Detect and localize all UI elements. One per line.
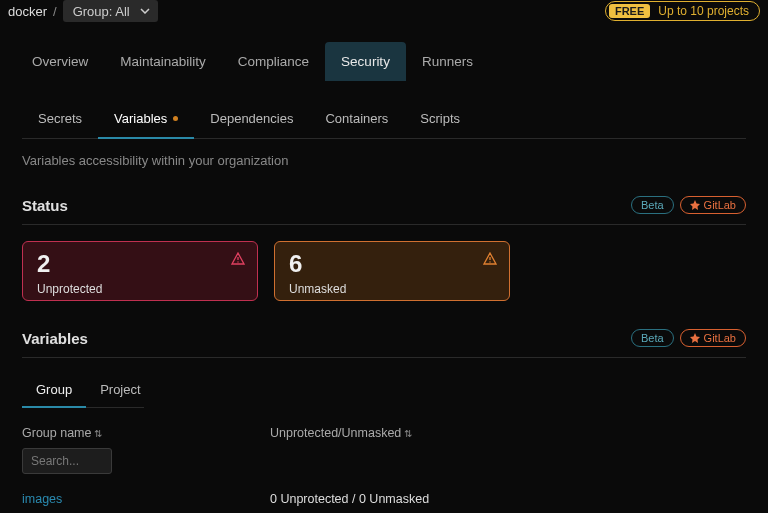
row-stat: 0 Unprotected / 0 Unmasked [270,492,746,506]
variables-scope-tabs: Group Project [22,372,144,408]
indicator-dot-icon [173,116,178,121]
gitlab-badge[interactable]: GitLab [680,329,746,347]
plan-text: Up to 10 projects [658,4,749,18]
svg-point-1 [237,261,238,262]
gitlab-icon [690,200,700,210]
tab-runners[interactable]: Runners [406,42,489,81]
chevron-down-icon [140,8,150,14]
card-unmasked-count: 6 [289,252,495,276]
subtab-scripts[interactable]: Scripts [404,99,476,138]
subtab-secrets[interactable]: Secrets [22,99,98,138]
gitlab-badge-label: GitLab [704,332,736,344]
scope-tab-project[interactable]: Project [86,372,154,407]
tab-maintainability[interactable]: Maintainability [104,42,222,81]
main-tabs: Overview Maintainability Compliance Secu… [0,42,768,81]
breadcrumb: docker / Group: All [8,0,158,22]
subtab-variables[interactable]: Variables [98,99,194,138]
svg-point-3 [489,261,490,262]
gitlab-badge[interactable]: GitLab [680,196,746,214]
card-unmasked[interactable]: 6 Unmasked [274,241,510,301]
beta-badge: Beta [631,329,674,347]
variables-section-header: Variables Beta GitLab [22,329,746,358]
breadcrumb-org[interactable]: docker [8,4,47,19]
column-unprotected-unmasked[interactable]: Unprotected/Unmasked⇅ [270,426,746,440]
tab-overview[interactable]: Overview [16,42,104,81]
subtab-dependencies[interactable]: Dependencies [194,99,309,138]
scope-tab-group[interactable]: Group [22,372,86,407]
tab-compliance[interactable]: Compliance [222,42,325,81]
tab-security[interactable]: Security [325,42,406,81]
status-section-header: Status Beta GitLab [22,196,746,225]
column-stat-label: Unprotected/Unmasked [270,426,401,440]
subtab-variables-label: Variables [114,111,167,126]
gitlab-badge-label: GitLab [704,199,736,211]
status-cards: 2 Unprotected 6 Unmasked [22,241,746,301]
search-input[interactable] [22,448,112,474]
page-subtitle: Variables accessibility within your orga… [22,153,746,168]
card-unprotected-label: Unprotected [37,282,243,296]
status-title: Status [22,197,68,214]
variables-title: Variables [22,330,88,347]
plan-badge[interactable]: FREE Up to 10 projects [605,1,760,21]
column-group-name[interactable]: Group name⇅ [22,426,270,440]
sort-icon: ⇅ [94,428,102,439]
free-pill: FREE [609,4,650,18]
security-sub-tabs: Secrets Variables Dependencies Container… [22,99,746,139]
warning-icon [483,252,497,266]
warning-icon [231,252,245,266]
beta-badge: Beta [631,196,674,214]
group-link-images[interactable]: images [22,492,270,506]
card-unprotected-count: 2 [37,252,243,276]
group-select-label: Group: All [73,4,130,19]
sort-icon: ⇅ [404,428,412,439]
card-unmasked-label: Unmasked [289,282,495,296]
column-group-name-label: Group name [22,426,91,440]
breadcrumb-separator: / [53,4,57,19]
group-select[interactable]: Group: All [63,0,158,22]
group-search [22,448,112,474]
gitlab-icon [690,333,700,343]
table-row: images 0 Unprotected / 0 Unmasked [22,492,746,506]
card-unprotected[interactable]: 2 Unprotected [22,241,258,301]
variables-table-header: Group name⇅ Unprotected/Unmasked⇅ [22,426,746,440]
subtab-containers[interactable]: Containers [309,99,404,138]
